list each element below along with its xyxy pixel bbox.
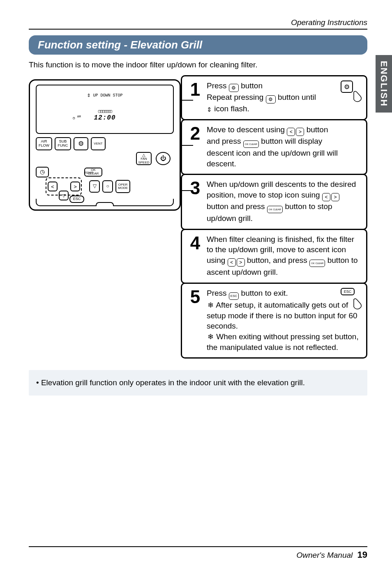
remote-frame: ⇕ UP DOWN STOP ▢▢▢▢▢▢▢ ◷ AM 12:00 AIR FL… bbox=[29, 79, 181, 211]
step-number: 1 bbox=[188, 80, 203, 99]
step-body: Press ESC button to exit. ❄ After setup,… bbox=[207, 288, 360, 353]
step-body: When filter cleaning is finished, fix th… bbox=[207, 234, 360, 278]
step-number: 2 bbox=[188, 124, 203, 143]
updown-icon: ⇕ bbox=[207, 106, 212, 114]
fanspeed-button[interactable]: △ FAN SPEED bbox=[136, 152, 152, 165]
page-number: 19 bbox=[357, 550, 367, 560]
step-number: 4 bbox=[188, 234, 203, 252]
temp-label: TEMP bbox=[84, 171, 93, 175]
left-right-icon-pair: < > bbox=[228, 258, 245, 267]
left-right-icon-pair: < > bbox=[287, 128, 304, 136]
lcd-clock: 12:00 bbox=[94, 114, 115, 122]
note-box: • Elevation grill function only operates… bbox=[29, 370, 367, 396]
airflow-button[interactable]: AIR FLOW bbox=[36, 137, 52, 150]
lcd-ampm: ◷ AM bbox=[73, 115, 81, 120]
page-title-bar: Function setting - Elevation Grill bbox=[29, 35, 367, 55]
press-esc-graphic: ESC bbox=[341, 288, 362, 309]
content-row: ⇕ UP DOWN STOP ▢▢▢▢▢▢▢ ◷ AM 12:00 AIR FL… bbox=[29, 75, 367, 359]
remote-btn-row-1: AIR FLOW SUB FUNC ⚙ VENT bbox=[36, 137, 174, 150]
footer: Owner's Manual 19 bbox=[29, 546, 367, 560]
steps-column: 1 Press ⚙ button Repeat pressing ⚙ butto… bbox=[181, 75, 367, 359]
lcd-ampm-text: AM bbox=[77, 115, 81, 118]
lcd-status-text: UP DOWN STOP bbox=[93, 93, 123, 98]
opermode-button[interactable]: OPER MODE bbox=[115, 180, 130, 193]
hand-icon bbox=[351, 298, 364, 310]
step2-text-e: descent icon and the up/down grill will … bbox=[207, 149, 338, 168]
right-icon: > bbox=[296, 128, 304, 136]
step-1: 1 Press ⚙ button Repeat pressing ⚙ butto… bbox=[181, 75, 367, 120]
left-icon: < bbox=[228, 258, 236, 267]
snowflake-icon: ❄ bbox=[207, 332, 214, 342]
step1-text-d: button until bbox=[278, 93, 316, 101]
remote-btn-row-3: ◷ OK CLEAR bbox=[36, 167, 174, 177]
step1-text-a: Press bbox=[207, 81, 229, 90]
step5-text-b: button to exit. bbox=[241, 289, 288, 297]
step-number: 3 bbox=[188, 179, 203, 197]
step3-text-b: button and press bbox=[207, 202, 267, 211]
step2-text-d: button will display bbox=[261, 137, 322, 145]
step5-text-a: Press bbox=[207, 289, 229, 297]
step-4: 4 When filter cleaning is finished, fix … bbox=[181, 229, 367, 284]
intro-text: This function is to move the indoor filt… bbox=[29, 60, 367, 69]
header-rule bbox=[29, 29, 367, 30]
lcd-mode-icons: ▢▢▢▢▢▢▢ bbox=[98, 108, 111, 114]
circle-button[interactable]: ○ bbox=[102, 180, 113, 193]
gear-button[interactable]: ⚙ bbox=[74, 137, 88, 150]
step2-text-c: and press bbox=[207, 137, 243, 145]
step-5: 5 Press ESC button to exit. ❄ After setu… bbox=[181, 283, 367, 359]
step-3: 3 When up/down grill descents to the des… bbox=[181, 174, 367, 230]
right-icon: > bbox=[237, 258, 245, 267]
vent-button[interactable]: VENT bbox=[91, 137, 106, 150]
remote-btn-row-2: △ FAN SPEED ⏻ bbox=[36, 152, 174, 165]
step-body: Move to descent using < > button and pre… bbox=[207, 124, 360, 169]
remote-diagram: ⇕ UP DOWN STOP ▢▢▢▢▢▢▢ ◷ AM 12:00 AIR FL… bbox=[29, 75, 181, 211]
clock-button[interactable]: ◷ bbox=[36, 167, 49, 177]
step-number: 5 bbox=[188, 288, 203, 306]
footer-label: Owner's Manual bbox=[297, 551, 353, 559]
right-icon: > bbox=[331, 193, 339, 201]
left-right-icon-pair: < > bbox=[322, 193, 339, 201]
step4-text-b: button, and press bbox=[247, 256, 309, 264]
remote-bottom-notch bbox=[96, 202, 114, 206]
step1-text-c: Repeat pressing bbox=[207, 93, 266, 101]
esc-icon: ESC bbox=[229, 292, 239, 300]
step5-bullet-1: After setup, it automatically gets out o… bbox=[207, 301, 357, 330]
left-icon: < bbox=[322, 193, 330, 201]
language-tab: ENGLISH bbox=[376, 55, 392, 113]
power-button[interactable]: ⏻ bbox=[156, 152, 171, 165]
clock-glyph-icon: ◷ bbox=[73, 116, 75, 120]
temp-down-button[interactable]: ▽ bbox=[89, 180, 100, 193]
note-text: • Elevation grill function only operates… bbox=[36, 378, 305, 387]
right-button[interactable]: > bbox=[70, 182, 80, 191]
okclear-icon: OK CLEAR bbox=[309, 260, 325, 267]
step5-bullet-2: When exiting without pressing set button… bbox=[207, 332, 359, 352]
esc-icon: ESC bbox=[341, 288, 355, 295]
snowflake-icon: ❄ bbox=[207, 300, 214, 310]
left-icon: < bbox=[287, 128, 295, 136]
step-2: 2 Move to descent using < > button and p… bbox=[181, 119, 367, 175]
page-title: Function setting - Elevation Grill bbox=[38, 39, 202, 51]
step1-text-e: icon flash. bbox=[214, 104, 249, 113]
gear-icon: ⚙ bbox=[229, 84, 239, 92]
okclear-icon: OK CLEAR bbox=[267, 206, 283, 213]
press-gear-graphic: ⚙ bbox=[341, 80, 362, 102]
okclear-icon: OK CLEAR bbox=[243, 140, 259, 148]
remote-lcd: ⇕ UP DOWN STOP ▢▢▢▢▢▢▢ ◷ AM 12:00 bbox=[36, 85, 174, 134]
gear-icon: ⚙ bbox=[266, 95, 276, 104]
updown-icon: ⇕ bbox=[87, 91, 90, 99]
hand-icon bbox=[351, 90, 364, 103]
fanspeed-label: FAN SPEED bbox=[138, 157, 149, 165]
step1-text-b: button bbox=[241, 81, 263, 90]
step-body: Press ⚙ button Repeat pressing ⚙ button … bbox=[207, 80, 360, 114]
running-head: Operating Instructions bbox=[29, 18, 367, 27]
lcd-status-label: ⇕ UP DOWN STOP bbox=[87, 91, 122, 99]
step-body: When up/down grill descents to the desir… bbox=[207, 179, 360, 223]
step2-text-b: button bbox=[307, 125, 328, 134]
step2-text-a: Move to descent using bbox=[207, 125, 287, 134]
arrow-pad-highlight: < > ▽ bbox=[46, 177, 82, 196]
subfunc-button[interactable]: SUB FUNC bbox=[55, 137, 71, 150]
left-button[interactable]: < bbox=[48, 182, 58, 191]
